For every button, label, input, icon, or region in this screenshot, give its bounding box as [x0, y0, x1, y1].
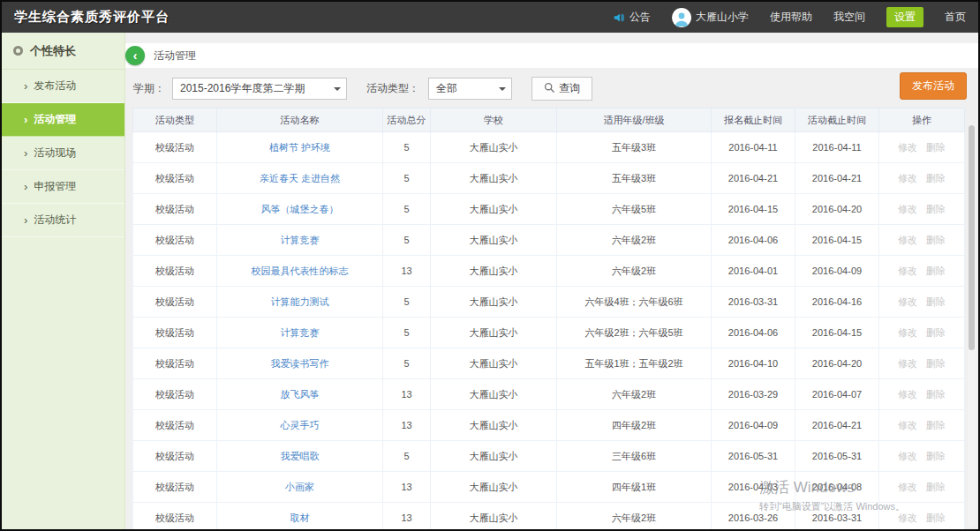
edit-link[interactable]: 修改 — [898, 173, 917, 183]
cell-school: 大雁山实小 — [431, 194, 557, 225]
cell-activity-score: 5 — [383, 225, 431, 256]
delete-link[interactable]: 删除 — [926, 266, 946, 276]
delete-link[interactable]: 删除 — [926, 235, 946, 245]
user-avatar-icon — [672, 8, 691, 27]
delete-link[interactable]: 删除 — [926, 173, 946, 183]
delete-link[interactable]: 删除 — [926, 451, 946, 461]
cell-activity-name: 我爱唱歌 — [217, 441, 383, 472]
scrollbar-track[interactable] — [968, 123, 976, 527]
delete-link[interactable]: 删除 — [926, 420, 946, 430]
app-title: 学生综合素质秀评价平台 — [14, 9, 170, 26]
activity-name-link[interactable]: 计算竞赛 — [281, 235, 320, 245]
edit-link[interactable]: 修改 — [898, 389, 917, 400]
cell-operations: 修改删除 — [879, 441, 965, 472]
cell-activity-name: 心灵手巧 — [217, 410, 383, 441]
table-row: 校级活动校园最具代表性的标志13大雁山实小六年级2班2016-04-012016… — [133, 256, 965, 287]
edit-link[interactable]: 修改 — [898, 142, 917, 153]
cell-operations: 修改删除 — [879, 318, 965, 348]
announcement-link[interactable]: 公告 — [613, 10, 651, 25]
activity-name-link[interactable]: 心灵手巧 — [281, 420, 320, 430]
sidebar-item-1[interactable]: ›活动管理 — [2, 103, 124, 137]
scrollbar-thumb[interactable] — [969, 125, 975, 350]
semester-select[interactable]: 2015-2016学年度第二学期 — [172, 78, 347, 100]
edit-link[interactable]: 修改 — [898, 235, 917, 245]
activity-name-link[interactable]: 计算竞赛 — [281, 327, 320, 338]
delete-link[interactable]: 删除 — [926, 482, 946, 492]
sidebar-item-label: 发布活动 — [34, 79, 76, 93]
cell-signup-deadline: 2016-03-31 — [712, 287, 795, 318]
column-header-4: 适用年级/班级 — [557, 108, 712, 132]
activity-name-link[interactable]: 放飞风筝 — [281, 389, 320, 400]
edit-link[interactable]: 修改 — [898, 358, 917, 369]
cell-activity-deadline: 2016-04-20 — [795, 348, 879, 379]
cell-activity-name: 放飞风筝 — [217, 379, 383, 410]
sidebar-header-label: 个性特长 — [30, 43, 76, 59]
column-header-1: 活动名称 — [217, 108, 383, 132]
cell-activity-score: 13 — [383, 379, 431, 410]
cell-grade-class: 六年级2班 — [557, 256, 712, 287]
delete-link[interactable]: 删除 — [926, 204, 946, 214]
activity-table-wrap: 活动类型活动名称活动总分学校适用年级/班级报名截止时间活动截止时间操作 校级活动… — [132, 108, 978, 531]
cell-school: 大雁山实小 — [431, 441, 557, 472]
sidebar-item-3[interactable]: ›申报管理 — [2, 170, 124, 204]
activity-name-link[interactable]: 风筝（城堡之春） — [261, 204, 339, 214]
delete-link[interactable]: 删除 — [926, 389, 946, 400]
edit-link[interactable]: 修改 — [898, 327, 917, 338]
edit-link[interactable]: 修改 — [898, 482, 917, 492]
topnav-item-3[interactable]: 首页 — [945, 10, 966, 25]
sidebar-item-0[interactable]: ›发布活动 — [2, 70, 124, 103]
activity-name-link[interactable]: 取材 — [290, 512, 310, 523]
back-button[interactable]: ‹ — [125, 46, 145, 65]
sidebar-item-2[interactable]: ›活动现场 — [2, 137, 124, 170]
search-button[interactable]: 查询 — [531, 77, 592, 101]
cell-signup-deadline: 2016-05-31 — [712, 441, 795, 472]
cell-operations: 修改删除 — [879, 472, 965, 503]
cell-grade-class: 五年级3班 — [557, 163, 712, 194]
edit-link[interactable]: 修改 — [898, 420, 917, 430]
topnav-item-0[interactable]: 使用帮助 — [770, 10, 812, 25]
activity-name-link[interactable]: 计算能力测试 — [271, 296, 329, 307]
edit-link[interactable]: 修改 — [898, 512, 917, 523]
delete-link[interactable]: 删除 — [926, 296, 946, 307]
delete-link[interactable]: 删除 — [926, 142, 946, 153]
activity-name-link[interactable]: 校园最具代表性的标志 — [252, 266, 349, 276]
activity-name-link[interactable]: 亲近春天 走进自然 — [260, 173, 340, 183]
cell-activity-deadline: 2016-04-21 — [795, 163, 879, 194]
activity-name-link[interactable]: 我爱读书写作 — [271, 358, 329, 369]
cell-operations: 修改删除 — [879, 287, 965, 318]
semester-label: 学期： — [133, 81, 165, 96]
table-row: 校级活动计算竞赛5大雁山实小六年级2班；六年级5班2016-04-062016-… — [133, 318, 965, 348]
cell-activity-name: 风筝（城堡之春） — [217, 194, 383, 225]
delete-link[interactable]: 删除 — [926, 358, 946, 369]
cell-activity-type: 校级活动 — [133, 472, 217, 503]
edit-link[interactable]: 修改 — [898, 204, 917, 214]
edit-link[interactable]: 修改 — [898, 296, 917, 307]
cell-activity-name: 校园最具代表性的标志 — [217, 256, 383, 287]
cell-school: 大雁山实小 — [431, 256, 557, 287]
activity-type-select[interactable]: 全部 — [428, 78, 512, 100]
activity-name-link[interactable]: 我爱唱歌 — [281, 451, 320, 461]
cell-activity-type: 校级活动 — [133, 348, 217, 379]
cell-activity-name: 取材 — [217, 503, 383, 531]
topnav-item-1[interactable]: 我空间 — [833, 10, 865, 25]
topnav-item-2[interactable]: 设置 — [886, 7, 923, 27]
delete-link[interactable]: 删除 — [926, 512, 946, 523]
table-row: 校级活动亲近春天 走进自然5大雁山实小五年级3班2016-04-212016-0… — [133, 163, 965, 194]
sidebar-item-4[interactable]: ›活动统计 — [2, 204, 124, 237]
cell-operations: 修改删除 — [879, 194, 965, 225]
breadcrumb: ‹ 活动管理 — [125, 43, 978, 68]
cell-activity-name: 计算竞赛 — [217, 318, 383, 348]
user-menu[interactable]: 大雁山小学 — [672, 8, 749, 27]
main-content: ‹ 活动管理 学期： 2015-2016学年度第二学期 活动类型： 全部 查询 … — [125, 33, 978, 529]
cell-signup-deadline: 2016-04-01 — [712, 256, 795, 287]
activity-name-link[interactable]: 植树节 护环境 — [269, 142, 330, 153]
cell-activity-score: 5 — [383, 194, 431, 225]
publish-activity-button[interactable]: 发布活动 — [900, 72, 967, 100]
column-header-0: 活动类型 — [133, 108, 217, 132]
edit-link[interactable]: 修改 — [898, 451, 917, 461]
cell-operations: 修改删除 — [879, 132, 965, 163]
delete-link[interactable]: 删除 — [926, 327, 946, 338]
table-row: 校级活动风筝（城堡之春）5大雁山实小六年级5班2016-04-152016-04… — [133, 194, 965, 225]
activity-name-link[interactable]: 小画家 — [285, 482, 314, 492]
edit-link[interactable]: 修改 — [898, 266, 917, 276]
